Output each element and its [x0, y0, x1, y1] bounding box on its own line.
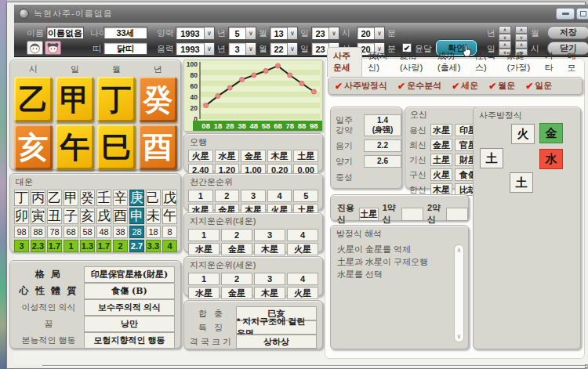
daeun-cell[interactable]: 18 [146, 226, 161, 238]
daeun-cell[interactable]: 午 [162, 208, 177, 224]
daeun-cell[interactable]: 4 [162, 240, 177, 252]
svg-text:28: 28 [226, 121, 234, 130]
lunar-day-select[interactable]: 22∨ [270, 42, 298, 56]
status-divider [42, 365, 587, 366]
table-header-cell: 4 [287, 273, 318, 285]
daeun-cell[interactable]: 1 [64, 240, 78, 252]
daeun-cell[interactable]: 1.3 [80, 240, 95, 252]
daeun-cell[interactable]: 己 [146, 190, 161, 206]
luck-chart: 02040608010008182838485868788898 [183, 60, 323, 132]
pillar-tile: 癸 [139, 77, 177, 122]
tab-4[interactable]: 性(섹스) [470, 48, 502, 77]
check-item[interactable]: ✔세운 [452, 80, 478, 92]
daeun-cell[interactable]: 48 [96, 226, 111, 238]
name-field[interactable]: 이름없음 [46, 27, 84, 39]
luck-chart-svg: 02040608010008182838485868788898 [184, 60, 322, 131]
tab-6[interactable]: 기타 [539, 48, 562, 77]
daeun-cell[interactable]: 38 [113, 226, 128, 238]
tab-1[interactable]: 我(자신) [362, 48, 394, 77]
male-icon[interactable] [27, 41, 43, 55]
lunar-month-select[interactable]: 3∨ [228, 42, 256, 56]
row-value: 모험지향적인 행동 [84, 332, 175, 349]
scrollbar[interactable]: ∧ ∨ [454, 244, 464, 342]
spinner-down-icon[interactable]: ∨ [515, 34, 528, 42]
spinner-up-icon[interactable]: ∧ [515, 26, 528, 34]
daeun-cell[interactable]: 壬 [96, 190, 111, 206]
element-box: 水 [539, 149, 563, 169]
table-header-cell: 1 [188, 190, 213, 202]
scroll-up-icon[interactable]: ∧ [455, 247, 463, 254]
svg-text:58: 58 [262, 121, 270, 130]
daeun-cell[interactable]: 98 [14, 226, 29, 238]
daeun-cell[interactable]: 戊 [162, 190, 177, 206]
spinner-up-icon[interactable]: ∧ [499, 26, 511, 34]
spinner-down-icon[interactable]: ∨ [499, 34, 511, 42]
solar-year-select[interactable]: 1993∨ [176, 27, 215, 40]
female-icon[interactable] [45, 41, 61, 55]
daeun-cell[interactable]: 8 [162, 226, 177, 238]
daeun-cell[interactable]: 丙 [31, 190, 45, 206]
maximize-button[interactable] [576, 8, 588, 20]
daeun-cell[interactable]: 丁 [14, 190, 29, 206]
daeun-cell[interactable]: 申 [129, 208, 144, 224]
lunar-year-select[interactable]: 1993∨ [176, 42, 215, 56]
row-label: 본능적인 행동 [13, 332, 84, 349]
daeun-cell[interactable]: 28 [129, 226, 144, 238]
tab-0[interactable]: 사주운세 [327, 47, 362, 77]
year-suffix: 년 [217, 43, 226, 55]
jinyongsin-value: 土星 [359, 208, 379, 221]
iljju-table: 일주 강약1.4 (身强)음기2.2양기2.6중성 [331, 107, 401, 183]
daeun-cell[interactable]: 2.3 [31, 240, 45, 252]
daeun-cell[interactable]: 3 [14, 240, 29, 252]
daeun-cell[interactable]: 子 [64, 208, 78, 224]
tab-7[interactable]: 메모 [561, 48, 584, 77]
check-item[interactable]: ✔사주방정식 [335, 80, 387, 92]
check-item[interactable]: ✔일운 [525, 80, 552, 92]
daeun-cell[interactable]: 癸 [80, 190, 95, 206]
daeun-cell[interactable]: 丑 [47, 208, 62, 224]
zodiac-field[interactable]: 닭띠 [103, 42, 147, 55]
titlebar: 녹현사주-이름없음 [14, 5, 588, 23]
minimize-button[interactable] [556, 8, 575, 20]
scroll-down-icon[interactable]: ∨ [455, 333, 463, 340]
jinyongsin-label: 진용신 [337, 202, 355, 226]
daeun-cell[interactable]: 卯 [14, 208, 29, 224]
year-suffix: 년 [217, 27, 226, 39]
daeun-cell[interactable]: 戌 [96, 208, 111, 224]
daeun-cell[interactable]: 寅 [31, 208, 45, 224]
svg-text:08: 08 [201, 121, 210, 130]
save-button[interactable]: 저장 [547, 26, 588, 39]
month-spinner[interactable]: ∧∨ [515, 26, 528, 41]
daeun-cell[interactable]: 3.3 [146, 240, 161, 252]
solar-hour-select[interactable]: 23∨ [311, 27, 339, 40]
daeun-cell[interactable]: 78 [47, 226, 62, 238]
solar-day-select[interactable]: 13∨ [270, 27, 298, 40]
daeun-cell[interactable]: 58 [80, 226, 95, 238]
age-field[interactable]: 33세 [103, 27, 147, 39]
daeun-cell[interactable]: 2.7 [129, 240, 144, 252]
daeun-cell[interactable]: 未 [146, 208, 161, 224]
daeun-cell[interactable]: 庚 [129, 190, 144, 206]
solar-month-select[interactable]: 5∨ [228, 27, 256, 40]
daeun-cell[interactable]: 亥 [80, 208, 95, 224]
year-spinner[interactable]: ∧∨ [499, 26, 511, 41]
daeun-cell[interactable]: 2 [113, 240, 128, 252]
check-icon: ✔ [335, 81, 343, 92]
daeun-cell[interactable]: 甲 [64, 190, 78, 206]
check-item[interactable]: ✔운수분석 [397, 80, 441, 92]
daeun-cell[interactable]: 1.7 [47, 240, 62, 252]
table-value-cell: 火星 [287, 287, 318, 299]
spin-month-label: 월 [531, 27, 539, 39]
daeun-cell[interactable]: 1.7 [96, 240, 111, 252]
ohaeng-title: 오행 [184, 134, 322, 150]
daeun-cell[interactable]: 辛 [113, 190, 128, 206]
name-label: 이름 [27, 27, 44, 39]
daeun-cell[interactable]: 88 [31, 226, 45, 238]
check-item[interactable]: ✔월운 [488, 80, 515, 92]
solar-minute-select[interactable]: 20∨ [357, 27, 385, 40]
daeun-cell[interactable]: 68 [64, 226, 78, 238]
tab-5[interactable]: 家庭(가정) [502, 48, 539, 77]
daeun-cell[interactable]: 乙 [47, 190, 62, 206]
daeun-cell[interactable]: 酉 [113, 208, 128, 224]
tab-2[interactable]: 愛情(사랑) [394, 48, 432, 77]
